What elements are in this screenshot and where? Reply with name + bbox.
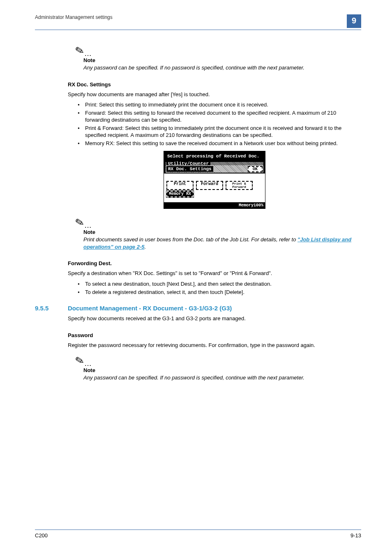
list-item: To delete a registered destination, sele… [78, 289, 361, 296]
password-heading: Password [68, 332, 361, 338]
rx-intro: Specify how documents are managed after … [68, 91, 361, 98]
memory-status: Memory100% [164, 202, 265, 208]
note-block-1: ✎… Note Any password can be specified. I… [68, 44, 361, 72]
note-text: Print documents saved in user boxes from… [83, 236, 361, 250]
fwd-intro: Specify a destination when "RX Doc. Sett… [68, 270, 361, 277]
list-item: To select a new destination, touch [Next… [78, 280, 361, 288]
password-text: Register the password necessary for retr… [68, 342, 361, 349]
list-item: Print & Forward: Select this setting to … [78, 125, 361, 139]
fwd-heading: Forwording Dest. [68, 260, 361, 266]
fwd-bullets: To select a new destination, touch [Next… [68, 280, 361, 296]
screenshot-title: Select processing of Received Doc. [164, 151, 265, 160]
list-item: Forward: Select this setting to forward … [78, 109, 361, 124]
note-text: Any password can be specified. If no pas… [83, 374, 361, 382]
pencil-icon: ✎ [74, 215, 85, 230]
note-suffix: . [144, 244, 146, 250]
screen-name: RX Doc. Settings [166, 166, 213, 172]
device-screenshot: Select processing of Received Doc. Utili… [164, 151, 265, 209]
ok-button[interactable]: OK [248, 166, 263, 172]
section-number: 9.5.5 [35, 305, 68, 312]
page-header: Administrator Management settings 9 [35, 14, 361, 30]
header-title: Administrator Management settings [35, 14, 113, 20]
note-prefix: Print documents saved in user boxes from… [83, 236, 297, 243]
note-block-2: ✎… Note Print documents saved in user bo… [68, 216, 361, 250]
rx-bullets: Print: Select this setting to immediatel… [68, 101, 361, 147]
ellipsis-icon: … [84, 49, 92, 58]
note-label: Note [83, 229, 361, 235]
footer-right: 9-13 [350, 532, 361, 539]
page-footer: C200 9-13 [35, 530, 361, 539]
pencil-icon: ✎ [74, 354, 85, 368]
chapter-number: 9 [347, 14, 361, 28]
note-text: Any password can be specified. If no pas… [83, 64, 361, 72]
section-intro: Specify how documents received at the G3… [68, 315, 361, 322]
print-forward-button[interactable]: Print & Forward [226, 181, 253, 190]
section-title: Document Management - RX Document - G3-1… [68, 305, 232, 312]
forward-button[interactable]: Forward [196, 181, 223, 190]
rx-heading: RX Doc. Settings [68, 81, 361, 88]
ellipsis-icon: … [84, 221, 92, 229]
note-block-3: ✎… Note Any password can be specified. I… [68, 354, 361, 382]
list-item: Print: Select this setting to immediatel… [78, 101, 361, 109]
note-label: Note [83, 367, 361, 373]
note-label: Note [83, 57, 361, 63]
pencil-icon: ✎ [74, 44, 85, 58]
print-button[interactable]: Print [166, 181, 194, 190]
ellipsis-icon: … [84, 359, 92, 368]
list-item: Memory RX: Select this setting to save t… [78, 140, 361, 147]
footer-left: C200 [35, 532, 48, 539]
section-heading: 9.5.5 Document Management - RX Document … [35, 305, 361, 312]
memory-rx-button[interactable]: Memory RX [166, 191, 194, 197]
